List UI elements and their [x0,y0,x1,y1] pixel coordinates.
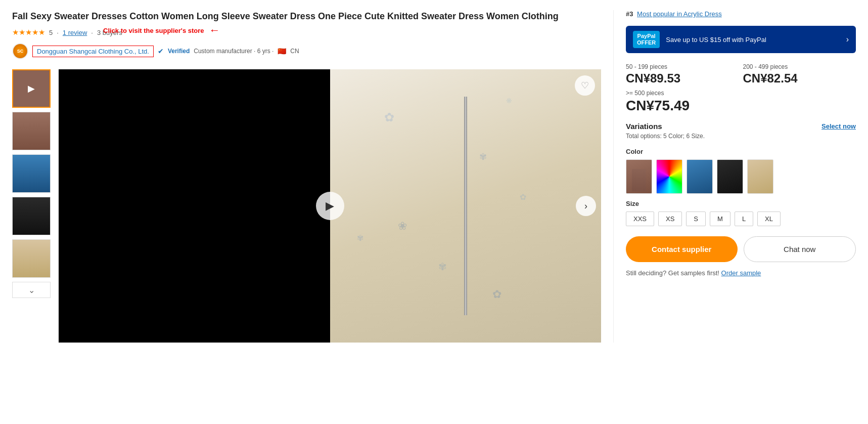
price-tier-2: 200 - 499 pieces CN¥82.54 [743,63,856,86]
thumbnail-scroll-down[interactable]: ⌄ [12,282,51,298]
variations-title: Variations [626,122,662,131]
main-image-area: ✿ ✾ ❀ ✿ ✾ ❋ ✿ ✾ ▶ [59,69,601,343]
color-swatch-black[interactable] [717,159,743,194]
variations-subtitle: Total options: 5 Color; 6 Size. [626,133,856,140]
paypal-banner[interactable]: PayPal OFFER Save up to US $15 off with … [626,26,856,53]
review-link[interactable]: 1 review [63,29,87,36]
color-swatch-beige[interactable] [747,159,773,194]
size-xl[interactable]: XL [757,211,781,226]
product-title: Fall Sexy Sweater Dresses Cotton Women L… [12,10,601,23]
right-panel: #3 Most popular in Acrylic Dress PayPal … [613,10,856,343]
wishlist-button[interactable]: ♡ [575,75,595,96]
order-sample-text: Still deciding? Get samples first! [626,269,719,277]
price-range-1: 50 - 199 pieces [626,63,739,70]
paypal-arrow-icon: › [846,35,849,44]
thumbnail-2[interactable] [12,112,51,150]
size-section: Size XXS XS S M L XL [626,200,856,226]
select-now-link[interactable]: Select now [821,122,856,130]
verified-badge: Verified [168,48,190,55]
separator: · [57,29,59,36]
color-swatch-multicolor[interactable] [656,159,682,194]
price-tier-1: 50 - 199 pieces CN¥89.53 [626,63,739,86]
color-swatch-brown[interactable] [626,159,652,194]
color-section: Color [626,148,856,194]
play-button[interactable]: ▶ [316,192,344,220]
thumbnail-list: ▶ [12,69,53,343]
chat-now-button[interactable]: Chat now [744,236,856,262]
verified-check-icon: ✔ [158,47,164,55]
supplier-logo-inner: SC [13,44,27,58]
price-value-3: CN¥75.49 [626,98,856,114]
contact-supplier-button[interactable]: Contact supplier [626,236,738,262]
size-xs[interactable]: XS [658,211,682,226]
order-sample-link[interactable]: Order sample [721,269,761,277]
annotation-text: Click to visit the supplier's store [103,27,204,34]
country-flag-icon: 🇨🇳 [278,47,286,55]
supplier-annotation: Click to visit the supplier's store ← [103,24,220,37]
color-swatches [626,159,856,194]
size-m[interactable]: M [710,211,730,226]
next-image-button[interactable]: › [576,196,596,216]
pricing-grid: 50 - 199 pieces CN¥89.53 200 - 499 piece… [626,63,856,114]
annotation-arrow-icon: ← [209,24,220,37]
price-tier-3: >= 500 pieces CN¥75.49 [626,90,856,114]
action-buttons: Contact supplier Chat now [626,236,856,262]
supplier-meta: Custom manufacturer · 6 yrs · [194,48,273,55]
separator2: · [91,29,93,36]
order-sample-row: Still deciding? Get samples first! Order… [626,269,856,277]
size-xxs[interactable]: XXS [626,211,654,226]
thumbnail-4[interactable] [12,197,51,235]
country-code: CN [290,48,299,55]
variations-header: Variations Select now [626,122,856,131]
price-value-2: CN¥82.54 [743,71,856,86]
size-buttons: XXS XS S M L XL [626,211,856,226]
star-rating: ★★★★★ [12,28,45,37]
supplier-name-link[interactable]: Dongguan Shangcai Clothing Co., Ltd. [32,46,154,57]
page-container: Fall Sexy Sweater Dresses Cotton Women L… [0,0,868,353]
rank-number: #3 [626,10,633,18]
price-value-1: CN¥89.53 [626,71,739,86]
size-s[interactable]: S [686,211,706,226]
color-label: Color [626,148,856,155]
thumbnail-3[interactable] [12,154,51,193]
media-section: ▶ [12,69,601,343]
paypal-offer-badge: PayPal OFFER [633,31,660,48]
paypal-label1: PayPal [637,33,656,39]
floral-bg: ✿ ✾ ❀ ✿ ✾ ❋ ✿ ✾ [330,69,602,343]
popular-badge: #3 Most popular in Acrylic Dress [626,10,856,18]
rating-score: 5 [49,29,53,36]
paypal-description: Save up to US $15 off with PayPal [666,36,840,44]
video-area-left [59,69,330,343]
supplier-row: SC Dongguan Shangcai Clothing Co., Ltd. … [12,43,601,59]
thumbnail-5[interactable] [12,239,51,278]
size-l[interactable]: L [735,211,753,226]
supplier-section: Click to visit the supplier's store ← SC… [12,43,601,59]
curtain-rod [464,97,467,315]
chevron-down-icon: ⌄ [28,285,35,295]
popular-category-link[interactable]: Most popular in Acrylic Dress [637,10,722,18]
rating-row: ★★★★★ 5 · 1 review · 3 buyers [12,28,601,37]
dress-image-area: ✿ ✾ ❀ ✿ ✾ ❋ ✿ ✾ [330,69,602,343]
price-range-3: >= 500 pieces [626,90,856,97]
paypal-label2: OFFER [637,39,656,46]
size-label: Size [626,200,856,207]
left-section: Fall Sexy Sweater Dresses Cotton Women L… [12,10,601,343]
supplier-logo: SC [12,43,28,59]
thumbnail-1[interactable]: ▶ [12,69,51,108]
color-swatch-blue[interactable] [687,159,713,194]
variations-section: Variations Select now Total options: 5 C… [626,122,856,140]
price-range-2: 200 - 499 pieces [743,63,856,70]
